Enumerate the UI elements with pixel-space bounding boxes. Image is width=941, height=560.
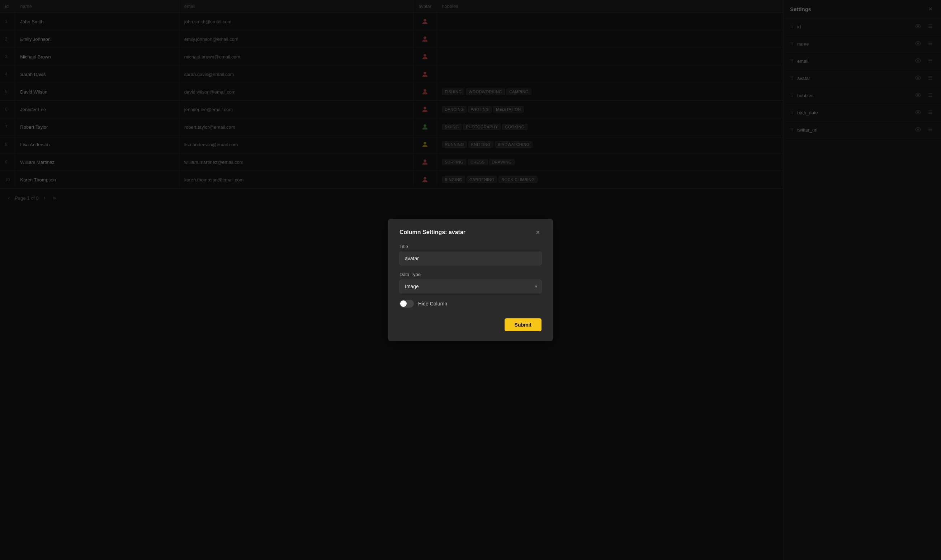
modal-close-button[interactable]: × <box>534 229 542 236</box>
title-form-group: Title <box>399 244 542 265</box>
column-settings-modal: Column Settings: avatar × Title Data Typ… <box>388 219 553 341</box>
hide-column-row: Hide Column <box>399 300 542 308</box>
submit-button[interactable]: Submit <box>505 318 542 331</box>
modal-title: Column Settings: avatar <box>399 229 465 235</box>
data-type-select-wrapper: Image Text Number Date URL Boolean ▾ <box>399 280 542 293</box>
modal-header: Column Settings: avatar × <box>399 229 542 236</box>
hide-column-toggle[interactable] <box>399 300 414 308</box>
data-type-label: Data Type <box>399 272 542 277</box>
data-type-select[interactable]: Image Text Number Date URL Boolean <box>399 280 542 293</box>
hide-column-label: Hide Column <box>418 301 447 306</box>
title-input[interactable] <box>399 252 542 265</box>
modal-overlay[interactable]: Column Settings: avatar × Title Data Typ… <box>0 0 941 560</box>
data-type-form-group: Data Type Image Text Number Date URL Boo… <box>399 272 542 293</box>
title-label: Title <box>399 244 542 249</box>
